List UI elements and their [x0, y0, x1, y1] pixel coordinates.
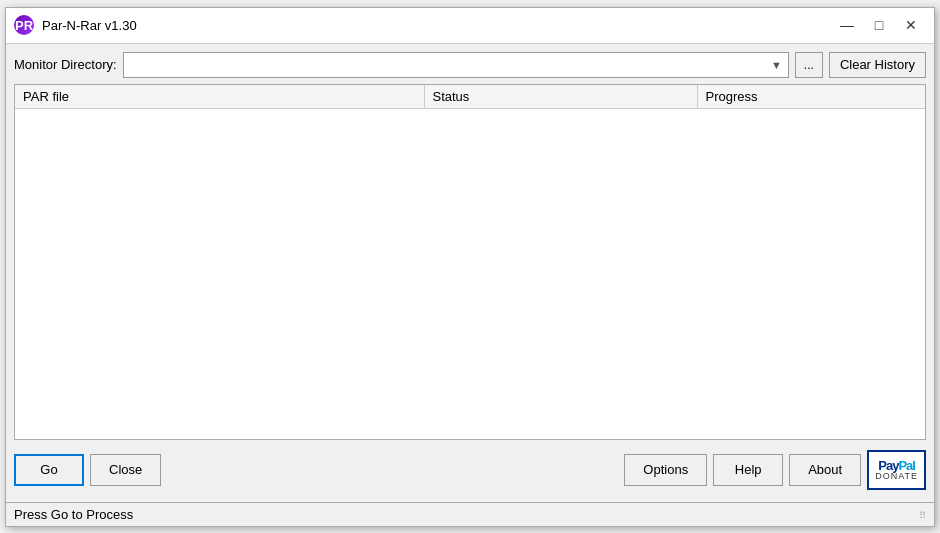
paypal-logo: PayPal [878, 458, 915, 472]
status-text: Press Go to Process [14, 507, 133, 522]
table-header: PAR file Status Progress [15, 85, 925, 109]
directory-dropdown[interactable]: ▼ [123, 52, 789, 78]
monitor-row: Monitor Directory: ▼ ... Clear History [14, 52, 926, 78]
main-content: Monitor Directory: ▼ ... Clear History P… [6, 44, 934, 502]
main-window: PR Par-N-Rar v1.30 — □ ✕ Monitor Directo… [5, 7, 935, 527]
title-bar-controls: — □ ✕ [832, 14, 926, 36]
close-button[interactable]: ✕ [896, 14, 926, 36]
file-table: PAR file Status Progress [14, 84, 926, 440]
go-button[interactable]: Go [14, 454, 84, 486]
paypal-donate-button[interactable]: PayPal DONATE [867, 450, 926, 490]
col-status-header: Status [425, 85, 698, 108]
col-progress-header: Progress [698, 85, 926, 108]
app-icon: PR [14, 15, 34, 35]
maximize-button[interactable]: □ [864, 14, 894, 36]
resize-grip[interactable]: ⠿ [912, 507, 926, 521]
close-app-button[interactable]: Close [90, 454, 161, 486]
window-title: Par-N-Rar v1.30 [42, 18, 137, 33]
col-par-header: PAR file [15, 85, 425, 108]
bottom-bar: Go Close Options Help About PayPal DONAT… [14, 446, 926, 494]
title-bar: PR Par-N-Rar v1.30 — □ ✕ [6, 8, 934, 44]
dropdown-arrow-icon: ▼ [771, 59, 782, 71]
table-body [15, 109, 925, 439]
browse-button[interactable]: ... [795, 52, 823, 78]
monitor-label: Monitor Directory: [14, 57, 117, 72]
grip-dots-icon: ⠿ [919, 511, 926, 521]
paypal-donate-label: DONATE [875, 472, 918, 481]
status-bar: Press Go to Process ⠿ [6, 502, 934, 526]
app-icon-text: PR [15, 18, 33, 33]
clear-history-button[interactable]: Clear History [829, 52, 926, 78]
about-button[interactable]: About [789, 454, 861, 486]
title-bar-left: PR Par-N-Rar v1.30 [14, 15, 137, 35]
minimize-button[interactable]: — [832, 14, 862, 36]
help-button[interactable]: Help [713, 454, 783, 486]
options-button[interactable]: Options [624, 454, 707, 486]
